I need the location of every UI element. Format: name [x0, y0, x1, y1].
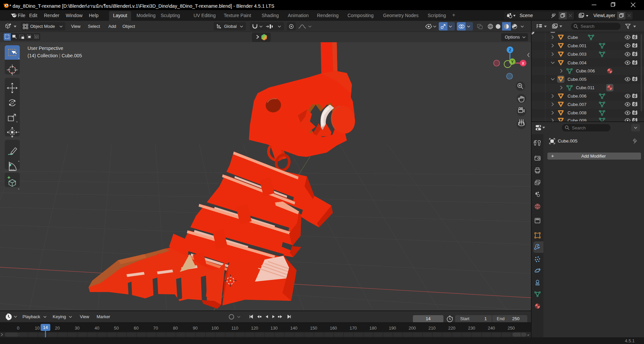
svg-text:Z: Z [509, 48, 511, 52]
svg-text:Y: Y [511, 60, 514, 64]
svg-text:X: X [522, 61, 525, 65]
